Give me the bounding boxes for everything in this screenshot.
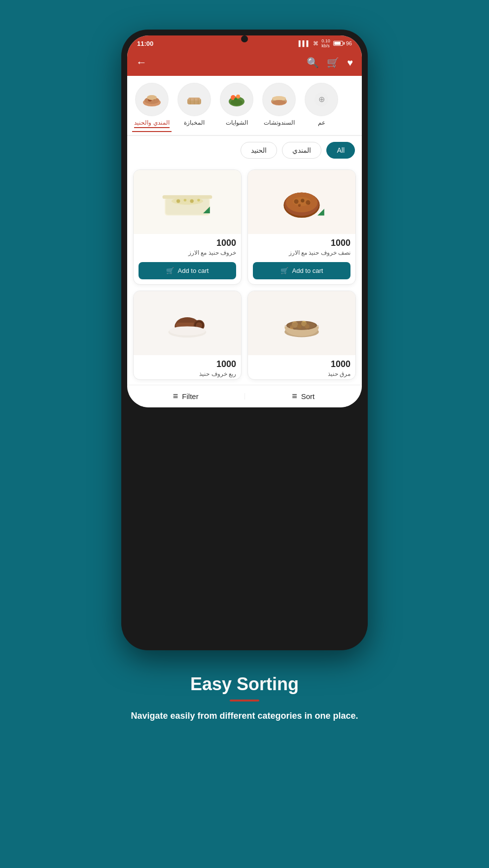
svg-marker-38 <box>317 209 324 216</box>
app-header: ← 🔍 🛒 ♥ <box>127 51 362 76</box>
category-label-bakery: المخبازة <box>184 119 205 126</box>
category-item-other[interactable]: ⊕ عم <box>302 83 341 132</box>
category-item-bakery[interactable]: المخبازة <box>175 83 214 132</box>
sort-icon: ≡ <box>292 391 297 401</box>
svg-point-27 <box>197 199 200 202</box>
footer-subtitle: Navigate easily from different categorie… <box>131 709 358 723</box>
filter-pills: All المندي الحنيد <box>127 136 362 165</box>
products-grid: 1000 خروف حنيذ مع الارز 🛒 Add to cart <box>127 165 362 385</box>
heart-icon[interactable]: ♥ <box>347 57 353 68</box>
product-card-1: 1000 خروف حنيذ مع الارز 🛒 Add to cart <box>133 169 242 285</box>
svg-point-18 <box>272 100 286 105</box>
battery-level: 96 <box>346 40 352 46</box>
cart-icon-1: 🛒 <box>166 267 174 274</box>
footer-title: Easy Sorting <box>131 674 358 695</box>
category-item-grills[interactable]: الشوايات <box>217 83 256 132</box>
wifi-icon: ⌘ <box>313 40 318 47</box>
svg-text:⊕: ⊕ <box>318 95 325 103</box>
data-speed: 0.10kb/s <box>321 38 330 48</box>
svg-rect-28 <box>163 195 212 199</box>
product-info-4: 1000 مرق حنيذ <box>248 355 355 379</box>
category-label-mandi: المندي والحنيد <box>134 119 169 128</box>
product-price-3: 1000 <box>139 359 236 369</box>
category-label-grills: الشوايات <box>226 119 248 126</box>
bottom-bar: ≡ Filter ≡ Sort <box>127 385 362 407</box>
sort-label: Sort <box>301 392 315 401</box>
svg-point-24 <box>176 200 180 203</box>
filter-button[interactable]: ≡ Filter <box>127 391 244 401</box>
product-info-3: 1000 ربع خروف حنيذ <box>134 355 241 379</box>
product-name-3: ربع خروف حنيذ <box>139 370 236 377</box>
search-icon[interactable]: 🔍 <box>307 57 319 68</box>
product-name-2: نصف خروف حنيذ مع الارز <box>253 249 350 256</box>
category-image-sandwiches <box>262 83 296 116</box>
product-image-1 <box>134 170 241 234</box>
footer-section: Easy Sorting Navigate easily from differ… <box>101 674 387 723</box>
status-icons: ▌▌▌ ⌘ 0.10kb/s 96 <box>299 38 352 48</box>
add-to-cart-button-2[interactable]: 🛒 Add to cart <box>253 262 350 279</box>
category-item-mandi[interactable]: المندي والحنيد <box>132 83 172 132</box>
product-name-4: مرق حنيذ <box>253 370 350 377</box>
add-to-cart-label-2: Add to cart <box>292 267 323 274</box>
svg-point-12 <box>236 95 240 99</box>
product-image-2 <box>248 170 355 234</box>
filter-icon: ≡ <box>173 391 178 401</box>
category-image-mandi <box>135 83 169 116</box>
sort-button[interactable]: ≡ Sort <box>245 391 362 401</box>
category-image-other: ⊕ <box>305 83 338 116</box>
product-info-1: 1000 خروف حنيذ مع الارز <box>134 234 241 258</box>
signal-icon: ▌▌▌ <box>299 40 310 46</box>
product-name-1: خروف حنيذ مع الارز <box>139 249 236 256</box>
filter-label: Filter <box>182 392 198 401</box>
svg-point-46 <box>169 326 205 335</box>
svg-point-54 <box>288 322 315 329</box>
product-image-4 <box>248 291 355 355</box>
cart-icon-2: 🛒 <box>280 267 288 274</box>
svg-point-25 <box>184 199 187 202</box>
product-price-1: 1000 <box>139 238 236 248</box>
category-item-sandwiches[interactable]: السندوتشات <box>259 83 299 132</box>
footer-underline <box>230 700 259 701</box>
product-card-3: 1000 ربع خروف حنيذ <box>133 291 242 380</box>
category-image-bakery <box>177 83 211 116</box>
product-info-2: 1000 نصف خروف حنيذ مع الارز <box>248 234 355 258</box>
pill-all[interactable]: All <box>326 142 355 159</box>
product-image-3 <box>134 291 241 355</box>
product-card-2: 1000 نصف خروف حنيذ مع الارز 🛒 Add to car… <box>247 169 356 285</box>
product-price-4: 1000 <box>253 359 350 369</box>
phone-notch <box>241 35 248 42</box>
status-time: 11:00 <box>137 40 153 47</box>
pill-hanid[interactable]: الحنيد <box>241 142 277 159</box>
pill-mandi[interactable]: المندي <box>282 142 321 159</box>
product-price-2: 1000 <box>253 238 350 248</box>
category-label-sandwiches: السندوتشات <box>264 119 295 126</box>
category-label-other: عم <box>318 119 325 126</box>
add-to-cart-label-1: Add to cart <box>178 267 209 274</box>
category-scroll: المندي والحنيد المخبازة <box>127 76 362 132</box>
svg-point-4 <box>147 95 157 100</box>
svg-point-14 <box>231 100 243 105</box>
product-card-4: 1000 مرق حنيذ <box>247 291 356 380</box>
svg-point-26 <box>190 200 194 203</box>
category-image-grills <box>220 83 253 116</box>
add-to-cart-button-1[interactable]: 🛒 Add to cart <box>139 262 236 279</box>
battery-icon <box>333 41 343 46</box>
svg-point-37 <box>293 197 311 206</box>
cart-icon[interactable]: 🛒 <box>327 57 339 68</box>
back-button[interactable]: ← <box>136 56 147 68</box>
